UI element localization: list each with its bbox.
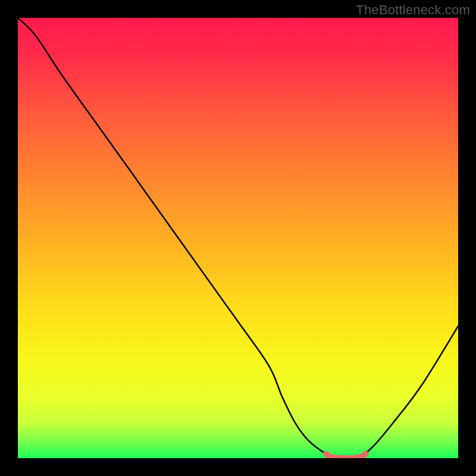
plot-area <box>18 18 458 458</box>
chart-frame: TheBottleneck.com <box>0 0 476 476</box>
watermark-text: TheBottleneck.com <box>356 2 470 18</box>
chart-svg <box>18 18 458 458</box>
gradient-rect <box>18 18 458 458</box>
